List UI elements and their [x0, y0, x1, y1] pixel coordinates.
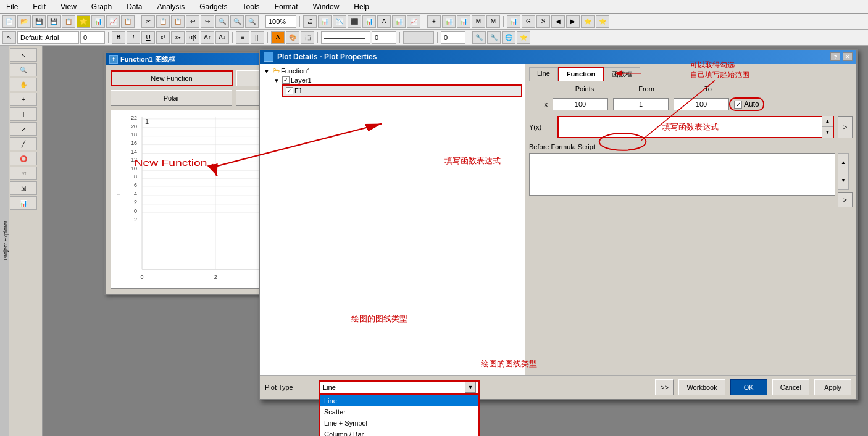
- tb-btn31[interactable]: ⭐: [581, 15, 595, 28]
- tb-save[interactable]: 💾: [32, 15, 46, 28]
- tool-cursor[interactable]: ↖: [10, 48, 37, 62]
- tb-btn29[interactable]: ◀: [551, 15, 565, 28]
- tb-btn1[interactable]: 📋: [62, 15, 75, 28]
- polar-button[interactable]: Polar: [111, 90, 232, 106]
- tb-btn16[interactable]: ⬛: [348, 15, 361, 28]
- menu-data[interactable]: Data: [123, 1, 146, 12]
- line-style-input[interactable]: [321, 31, 370, 44]
- double-arrow-button[interactable]: >>: [655, 379, 674, 395]
- from-input[interactable]: [613, 98, 669, 110]
- ok-button[interactable]: OK: [730, 379, 767, 395]
- tb-cursor[interactable]: ↖: [2, 31, 16, 44]
- tb-btn2[interactable]: ⭐: [77, 15, 90, 28]
- menu-tools[interactable]: Tools: [239, 1, 264, 12]
- dropdown-item-scatter[interactable]: Scatter: [320, 406, 478, 417]
- tb-save2[interactable]: 💾: [47, 15, 61, 28]
- formula-spinner-down[interactable]: ▼: [822, 127, 833, 138]
- tb-btn22[interactable]: 📊: [442, 15, 456, 28]
- formula-arrow-button[interactable]: >: [838, 116, 853, 138]
- formula-spinner-up[interactable]: ▲: [822, 116, 833, 127]
- cancel-button[interactable]: Cancel: [772, 379, 809, 395]
- points-input[interactable]: [553, 98, 608, 110]
- tb-italic[interactable]: I: [127, 31, 140, 44]
- tb-btn25[interactable]: M: [486, 15, 500, 28]
- tb-btn18[interactable]: A: [377, 15, 391, 28]
- tree-layer-checkbox[interactable]: ✓: [282, 76, 290, 84]
- tb-more4[interactable]: ⭐: [517, 31, 530, 44]
- font-name-input[interactable]: [17, 31, 79, 44]
- menu-view[interactable]: View: [57, 1, 80, 12]
- tb-btn32[interactable]: ⭐: [596, 15, 609, 28]
- tool-scale[interactable]: ⇲: [10, 181, 37, 195]
- tb-btn27[interactable]: G: [522, 15, 535, 28]
- tb-sub[interactable]: x₂: [171, 31, 185, 44]
- tb-btn30[interactable]: ▶: [566, 15, 580, 28]
- dropdown-arrow-icon[interactable]: ▼: [465, 382, 476, 393]
- tb-align[interactable]: ≡: [236, 31, 249, 44]
- tb-color[interactable]: A: [271, 31, 285, 44]
- tool-ellipse[interactable]: ⭕: [10, 152, 37, 165]
- tb-align2[interactable]: |||: [251, 31, 264, 44]
- tb-btn17[interactable]: 📊: [362, 15, 376, 28]
- tb-print[interactable]: 🖨: [303, 15, 317, 28]
- tb-font-down[interactable]: A↓: [215, 31, 229, 44]
- tb-btn9[interactable]: ↩: [186, 15, 199, 28]
- tb-open[interactable]: 📂: [17, 15, 31, 28]
- tb-btn28[interactable]: S: [536, 15, 550, 28]
- tool-arrow[interactable]: ↗: [10, 122, 37, 136]
- menu-help[interactable]: Help: [350, 1, 373, 12]
- dropdown-item-line[interactable]: Line: [320, 395, 478, 406]
- tb-btn13[interactable]: 🔍: [245, 15, 259, 28]
- dropdown-item-column-bar[interactable]: Column / Bar: [320, 429, 478, 436]
- tb-new[interactable]: 📄: [2, 15, 16, 28]
- bf-arrow-button[interactable]: >: [838, 192, 853, 207]
- tb-btn12[interactable]: 🔍: [230, 15, 244, 28]
- tb-btn3[interactable]: 📊: [91, 15, 105, 28]
- tb-btn21[interactable]: +: [427, 15, 441, 28]
- tb-border[interactable]: ⬚: [301, 31, 314, 44]
- workbook-button[interactable]: Workbook: [678, 379, 725, 395]
- bf-spinner-down[interactable]: ▼: [838, 171, 848, 189]
- menu-gadgets[interactable]: Gadgets: [196, 1, 231, 12]
- tb-btn14[interactable]: 📊: [318, 15, 332, 28]
- tab-line[interactable]: Line: [529, 67, 558, 81]
- apply-button[interactable]: Apply: [814, 379, 851, 395]
- menu-edit[interactable]: Edit: [29, 1, 49, 12]
- tb-more2[interactable]: 🔧: [487, 31, 501, 44]
- formula-input-text[interactable]: 填写函数表达式: [559, 119, 822, 135]
- tb-super[interactable]: x²: [156, 31, 170, 44]
- help-button[interactable]: ?: [830, 52, 840, 61]
- tb-btn23[interactable]: 📊: [457, 15, 470, 28]
- tb-special[interactable]: αβ: [186, 31, 199, 44]
- menu-file[interactable]: File: [2, 1, 22, 12]
- tool-line[interactable]: ╱: [10, 137, 37, 150]
- fill-input[interactable]: [403, 31, 434, 44]
- opacity-input[interactable]: [441, 31, 465, 44]
- menu-window[interactable]: Window: [309, 1, 343, 12]
- before-formula-textarea[interactable]: [529, 153, 835, 196]
- tb-btn11[interactable]: 🔍: [215, 15, 229, 28]
- tb-btn4[interactable]: 📈: [106, 15, 120, 28]
- tb-font-up[interactable]: A↑: [201, 31, 214, 44]
- font-size-input[interactable]: [80, 31, 105, 44]
- tb-btn8[interactable]: 📋: [171, 15, 185, 28]
- zoom-input[interactable]: [265, 15, 296, 28]
- tab-function[interactable]: Function: [558, 67, 604, 81]
- tb-more1[interactable]: 🔧: [472, 31, 486, 44]
- tb-bg[interactable]: 🎨: [286, 31, 299, 44]
- tab-chinese[interactable]: 函数框: [604, 67, 640, 81]
- close-button[interactable]: ✕: [843, 52, 853, 61]
- tool-text[interactable]: T: [10, 107, 37, 121]
- tool-hand[interactable]: ☜: [10, 167, 37, 180]
- tb-btn10[interactable]: ↪: [201, 15, 214, 28]
- menu-graph[interactable]: Graph: [88, 1, 115, 12]
- tool-zoom[interactable]: 🔍: [10, 63, 37, 76]
- tb-btn20[interactable]: 📈: [407, 15, 420, 28]
- plot-type-select[interactable]: Line ▼: [319, 380, 480, 394]
- tb-underline[interactable]: U: [141, 31, 155, 44]
- tb-btn19[interactable]: 📊: [392, 15, 406, 28]
- tb-btn5[interactable]: 📋: [121, 15, 135, 28]
- tree-f1[interactable]: ✓ F1: [282, 84, 522, 97]
- new-function-button[interactable]: New Function: [111, 70, 233, 86]
- tree-layer[interactable]: ▼ ✓ Layer1: [272, 76, 522, 84]
